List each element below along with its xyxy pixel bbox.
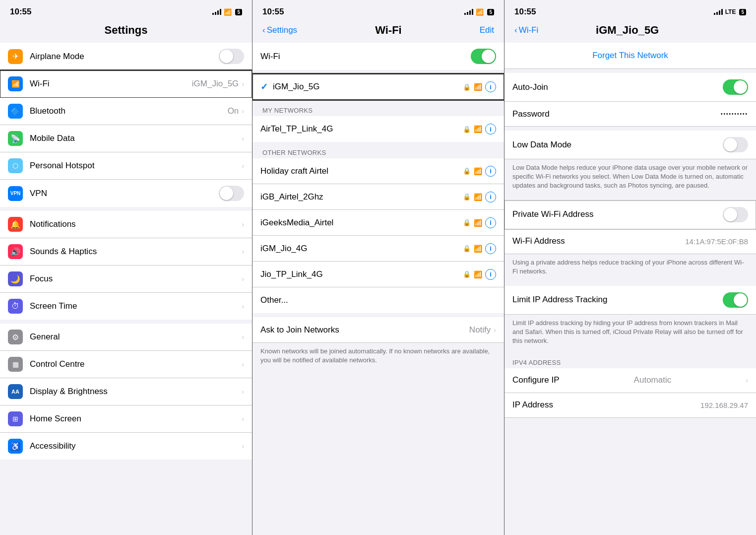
airplane-mode-toggle[interactable] [219,49,244,64]
status-icons-3: LTE 5 [714,8,746,15]
info-button-igm4g[interactable]: i [485,243,496,254]
ip-address-value: 192.168.29.47 [700,401,748,409]
info-button-igeeks[interactable]: i [485,217,496,228]
settings-item-personal-hotspot[interactable]: ⬡ Personal Hotspot › [0,152,252,180]
detail-back-label: Wi-Fi [519,25,539,35]
settings-item-focus[interactable]: 🌙 Focus › [0,266,252,293]
settings-item-sounds[interactable]: 🔊 Sounds & Haptics › [0,238,252,266]
wifi-toggle-group: Wi-Fi [252,43,504,70]
wifi-list: Wi-Fi ✓ iGM_Jio_5G 🔒 📶 i MY NETWORKS [252,43,504,533]
wifi-icon-settings: 📶 [8,76,23,91]
forget-network-button[interactable]: Forget This Network [504,43,756,69]
auto-join-item[interactable]: Auto-Join [504,73,756,102]
status-time-1: 10:55 [10,7,31,17]
settings-item-general[interactable]: ⚙ General › [0,324,252,351]
personal-hotspot-icon: ⬡ [8,158,23,173]
wifi-title: Wi-Fi [297,24,480,37]
settings-item-notifications[interactable]: 🔔 Notifications › [0,211,252,238]
network-igb[interactable]: iGB_Airtel_2Ghz 🔒 📶 i [252,184,504,210]
sounds-chevron: › [242,248,244,256]
settings-item-airplane-mode[interactable]: ✈ Airplane Mode [0,43,252,70]
settings-item-vpn[interactable]: VPN VPN [0,180,252,207]
detail-back-button[interactable]: ‹ Wi-Fi [514,25,538,35]
settings-item-home-screen[interactable]: ⊞ Home Screen › [0,405,252,433]
lock-icon-jiotp: 🔒 [463,270,471,278]
sounds-label: Sounds & Haptics [30,247,242,257]
vpn-toggle[interactable] [219,186,244,201]
settings-item-display[interactable]: AA Display & Brightness › [0,378,252,405]
status-time-3: 10:55 [514,7,536,17]
connected-network-group: ✓ iGM_Jio_5G 🔒 📶 i [252,74,504,100]
other-networks-header: OTHER NETWORKS [252,146,504,158]
low-data-item[interactable]: Low Data Mode [504,131,756,159]
ask-to-join-group: Ask to Join Networks Notify › Known netw… [252,317,504,371]
connected-checkmark-icon: ✓ [260,81,268,92]
signal-bars-1 [212,9,221,15]
password-item[interactable]: Password •••••••••• [504,102,756,127]
settings-item-mobile-data[interactable]: 📡 Mobile Data › [0,125,252,152]
info-button-igb[interactable]: i [485,192,496,202]
low-data-label: Low Data Mode [512,140,571,150]
network-holiday[interactable]: Holiday craft Airtel 🔒 📶 i [252,158,504,184]
signal-bars-2 [464,9,473,15]
wifi-status-icon-2: 📶 [476,8,484,16]
general-chevron: › [242,333,244,341]
configure-ip-item[interactable]: Configure IP Automatic › [504,368,756,393]
settings-item-control-centre[interactable]: ▦ Control Centre › [0,351,252,378]
info-button-jiotp[interactable]: i [485,269,496,280]
settings-group-3: ⚙ General › ▦ Control Centre › AA Displa… [0,324,252,460]
wifi-main-toggle[interactable] [471,49,496,64]
limit-ip-toggle[interactable] [723,292,748,308]
ipv4-group: IPV4 ADDRESS Configure IP Automatic › IP… [504,356,756,418]
wifi-chevron: › [242,80,244,88]
low-data-toggle[interactable] [723,137,748,152]
jiotp-icons: 🔒 📶 i [463,269,496,280]
airplane-mode-label: Airplane Mode [30,52,219,62]
ipv4-header: IPV4 ADDRESS [504,356,756,368]
ask-to-join-item[interactable]: Ask to Join Networks Notify › [252,317,504,343]
configure-ip-value: Automatic [634,375,672,385]
back-chevron-icon-3: ‹ [514,25,517,35]
info-button-holiday[interactable]: i [485,166,496,177]
detail-panel: 10:55 LTE 5 ‹ Wi-Fi iGM_Jio_5G Forget Th… [504,0,756,535]
connected-network-item[interactable]: ✓ iGM_Jio_5G 🔒 📶 i [252,74,504,100]
wifi-signal-connected: 📶 [474,83,482,91]
general-label: General [30,332,242,342]
wifi-edit-button[interactable]: Edit [480,25,494,35]
screen-time-label: Screen Time [30,301,242,311]
igb-icons: 🔒 📶 i [463,192,496,202]
wifi-toggle-item[interactable]: Wi-Fi [252,43,504,70]
wifi-back-button[interactable]: ‹ Settings [262,25,297,35]
info-button-airtel[interactable]: i [485,124,496,134]
lock-icon-igeeks: 🔒 [463,219,471,226]
focus-chevron: › [242,275,244,283]
private-wifi-toggle[interactable] [723,207,748,222]
status-icons-2: 📶 5 [464,8,494,16]
auto-join-label: Auto-Join [512,82,548,92]
my-networks-header: MY NETWORKS [252,104,504,116]
signal-bars-3 [714,9,723,15]
vpn-icon: VPN [8,186,23,201]
detail-nav: ‹ Wi-Fi iGM_Jio_5G [504,20,756,43]
my-network-airtel[interactable]: AirTel_TP_Link_4G 🔒 📶 i [252,116,504,142]
wifi-signal-jiotp: 📶 [474,270,482,278]
settings-item-accessibility[interactable]: ♿ Accessibility › [0,433,252,460]
info-button-connected[interactable]: i [485,81,496,92]
holiday-name: Holiday craft Airtel [260,166,463,176]
network-jio-tp[interactable]: Jio_TP_Link_4G 🔒 📶 i [252,262,504,287]
auto-join-toggle[interactable] [723,79,748,95]
settings-item-bluetooth[interactable]: 🔷 Bluetooth On › [0,98,252,125]
display-label: Display & Brightness [30,387,242,397]
settings-item-wifi[interactable]: 📶 Wi-Fi iGM_Jio_5G › [0,70,252,98]
settings-item-screen-time[interactable]: ⏱ Screen Time › [0,293,252,320]
igeeks-icons: 🔒 📶 i [463,217,496,228]
network-igeeks[interactable]: iGeeksMedia_Airtel 🔒 📶 i [252,210,504,236]
bluetooth-icon: 🔷 [8,104,23,119]
my-networks-group: MY NETWORKS AirTel_TP_Link_4G 🔒 📶 i [252,104,504,142]
bluetooth-chevron: › [242,107,244,115]
network-other[interactable]: Other... [252,287,504,313]
private-wifi-item[interactable]: Private Wi-Fi Address [504,201,756,229]
limit-ip-item[interactable]: Limit IP Address Tracking [504,286,756,315]
general-icon: ⚙ [8,330,23,344]
network-igm-4g[interactable]: iGM_Jio_4G 🔒 📶 i [252,236,504,262]
